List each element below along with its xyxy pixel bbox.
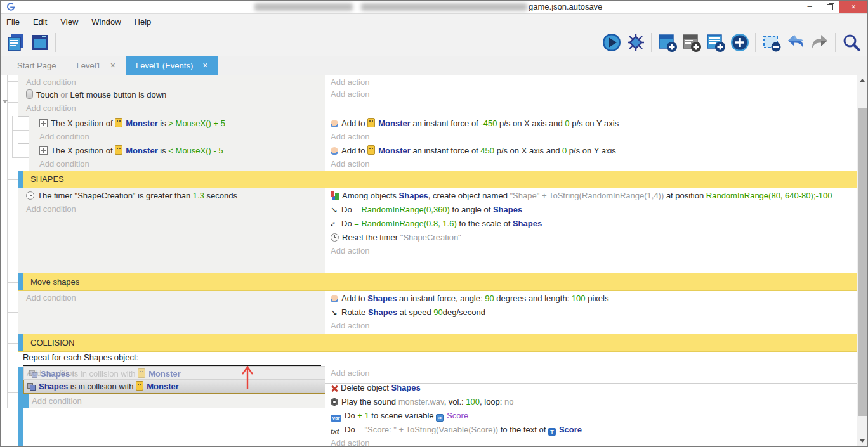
add-action-button[interactable]: Add action (326, 75, 858, 89)
position-icon (39, 146, 48, 155)
redacted-text (254, 3, 353, 11)
comment-shapes[interactable]: SHAPES (18, 171, 858, 188)
txt-icon (331, 425, 341, 433)
comment-collision[interactable]: COLLISION (18, 334, 858, 352)
tab-level1-events[interactable]: Level1 (Events) × (126, 56, 218, 75)
add-action-button[interactable]: Add action (326, 87, 858, 101)
redo-icon[interactable] (808, 32, 831, 54)
event-row: Add condition Add action (18, 75, 858, 88)
action-item[interactable]: Do = RandomInRange(0,360) to angle of Sh… (326, 202, 858, 216)
events-sheet: Add condition Add action Touch or Left m… (1, 75, 858, 446)
action-item[interactable]: Play the sound monster.wav, vol.: 100, l… (326, 394, 858, 408)
action-item[interactable]: Add to Shapes an instant force, angle: 9… (326, 291, 858, 305)
play-icon[interactable] (600, 32, 622, 54)
action-item[interactable]: Among objects Shapes, create object name… (326, 188, 858, 202)
scene-events-editor-icon[interactable] (4, 32, 27, 54)
menu-view[interactable]: View (60, 17, 78, 27)
add-action-button[interactable]: Add action (326, 436, 858, 446)
event-bar (18, 273, 23, 290)
annotation-arrow-up-icon (239, 363, 256, 391)
timer-icon (26, 191, 34, 200)
maximize-button[interactable] (820, 1, 839, 13)
redacted-text (361, 3, 527, 11)
tab-label: Level1 (Events) (136, 56, 193, 75)
tree-guide (8, 282, 18, 283)
menu-edit[interactable]: Edit (33, 17, 47, 27)
scrollbar-thumb[interactable] (858, 108, 867, 416)
tree-guide (8, 343, 18, 344)
add-condition-button[interactable]: Add condition (18, 101, 326, 115)
mouse-icon (26, 89, 33, 99)
menu-help[interactable]: Help (135, 17, 152, 27)
add-condition-button[interactable]: Add condition (18, 75, 326, 89)
comment-move-shapes[interactable]: Move shapes (18, 273, 858, 291)
angle-icon (331, 309, 338, 316)
tab-label: Level1 (76, 56, 100, 75)
event-row: Touch or Left mouse button is down Add c… (18, 87, 858, 117)
close-icon[interactable]: × (202, 56, 207, 75)
event-bar[interactable] (18, 367, 23, 446)
add-action-button[interactable]: Add action (326, 244, 858, 257)
event-bar (18, 171, 23, 188)
undo-icon[interactable] (784, 32, 806, 54)
condition-item[interactable]: The X position of Monster is > MouseX() … (29, 116, 326, 130)
delete-icon (331, 385, 338, 392)
debug-icon[interactable] (624, 32, 647, 54)
action-item[interactable]: Reset the timer "ShapeCreation" (326, 230, 858, 244)
clear-selection-icon[interactable] (760, 32, 782, 54)
action-item[interactable]: Do + 1 to scene variable Score (326, 408, 858, 423)
sound-icon (331, 398, 338, 406)
tree-guide (7, 75, 8, 408)
sub-event-row: The X position of Monster is < MouseX() … (18, 143, 858, 171)
close-icon: × (851, 2, 856, 11)
tree-guide (8, 81, 18, 82)
monster-icon (115, 145, 122, 155)
action-item[interactable]: Delete object Shapes (326, 380, 858, 394)
action-item[interactable]: Add to Monster an instant force of 450 p… (326, 143, 858, 157)
menu-file[interactable]: File (6, 17, 20, 27)
tab-label: Start Page (17, 56, 56, 75)
scene-editor-icon[interactable] (29, 32, 51, 54)
close-button[interactable]: × (839, 1, 867, 13)
collapse-expander-icon[interactable] (2, 100, 8, 103)
add-action-button[interactable]: Add action (326, 319, 858, 332)
vertical-scrollbar[interactable] (857, 75, 867, 446)
minimize-button[interactable]: – (800, 1, 819, 13)
action-item[interactable]: Add to Monster an instant force of -450 … (326, 116, 858, 130)
condition-item[interactable]: Touch or Left mouse button is down (18, 87, 326, 101)
add-action-button[interactable]: Add action (326, 157, 858, 171)
tab-start-page[interactable]: Start Page (7, 56, 66, 75)
add-condition-button[interactable]: Add condition (29, 157, 326, 171)
tab-level1[interactable]: Level1 × (66, 56, 126, 75)
toolbar (1, 29, 867, 56)
repeat-header[interactable]: Repeat for each Shapes object: (23, 353, 138, 362)
selected-condition[interactable]: Shapes is in collision with Monster (23, 380, 326, 394)
add-condition-button[interactable]: Add condition (29, 130, 326, 143)
add-condition-button[interactable]: Add condition (18, 291, 326, 304)
action-item[interactable]: Rotate Shapes at speed 90deg/second (326, 305, 858, 319)
add-comment-icon[interactable] (680, 32, 702, 54)
scorevar-icon (436, 414, 444, 422)
search-icon[interactable] (840, 32, 862, 54)
action-item[interactable]: Do = RandomInRange(0.8, 1.6) to the scal… (326, 216, 858, 230)
toolbar-separator (755, 33, 756, 52)
add-condition-button[interactable]: Add condition (23, 394, 86, 408)
scroll-down-icon[interactable] (860, 439, 865, 443)
add-event-icon[interactable] (656, 32, 678, 54)
condition-item[interactable]: The X position of Monster is < MouseX() … (29, 143, 326, 157)
close-icon[interactable]: × (110, 56, 115, 75)
monster-icon (367, 145, 375, 155)
action-item[interactable]: Do = "Score: " + ToString(Variable(Score… (326, 422, 858, 437)
add-other-event-icon[interactable] (728, 32, 751, 54)
event-bar (18, 334, 23, 351)
menu-window[interactable]: Window (91, 17, 121, 27)
position-icon (39, 119, 48, 127)
add-action-button[interactable]: Add action (326, 130, 858, 143)
add-subevent-icon[interactable] (704, 32, 727, 54)
scroll-up-icon[interactable] (860, 79, 865, 82)
condition-item[interactable]: The timer "ShapeCreation" is greater tha… (18, 188, 326, 202)
restore-icon (827, 4, 833, 10)
application-window: game.json.autosave – × File Edit View Wi… (0, 0, 868, 447)
add-condition-button[interactable]: Add condition (18, 202, 326, 216)
comment-text: SHAPES (18, 171, 858, 184)
